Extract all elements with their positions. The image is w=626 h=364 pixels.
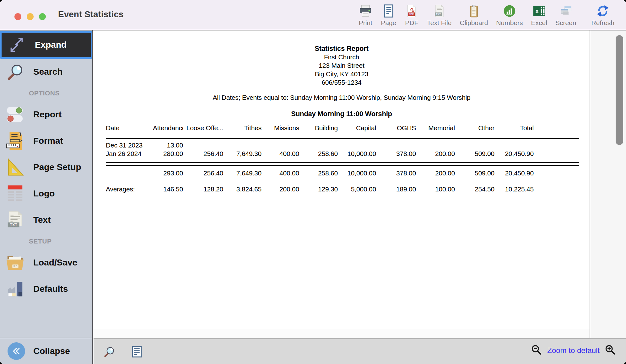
table-cell: 146.50: [153, 185, 183, 193]
table-cell: Tithes: [223, 124, 262, 132]
sidebar-item-report[interactable]: Report: [0, 101, 92, 128]
table-cell: 10,225.45: [494, 185, 534, 193]
status-bar: Zoom to default: [94, 338, 626, 364]
table-row: Dec 31 202313.00: [106, 139, 579, 149]
sidebar-item-label: Format: [33, 136, 63, 146]
table-cell: 378.00: [376, 149, 416, 158]
table-cell: 7,649.30: [223, 149, 262, 158]
toolbar-refresh-label: Refresh: [591, 19, 614, 27]
sidebar-section-options: OPTIONS: [0, 85, 92, 101]
table-cell: 254.50: [455, 185, 494, 193]
table-cell: 10,000.00: [338, 169, 376, 177]
table-cell: 189.00: [376, 185, 416, 193]
sidebar-item-logo[interactable]: Logo: [0, 180, 92, 207]
table-cell: 258.60: [299, 149, 338, 158]
report-org-name: First Church: [94, 53, 590, 61]
table-spacer-cell: [534, 141, 579, 149]
svg-text:TXT: TXT: [436, 13, 441, 16]
sidebar-item-label: Defaults: [33, 284, 68, 294]
table-cell: 378.00: [376, 169, 416, 177]
zoom-in-icon: [605, 344, 616, 356]
report-address-line1: 123 Main Street: [94, 61, 590, 70]
table-totals-row: 293.00256.407,649.30400.00258.6010,000.0…: [106, 169, 579, 177]
table-cell: 5,000.00: [338, 185, 376, 193]
sidebar-item-label: Expand: [35, 40, 67, 50]
toolbar-numbers-button[interactable]: Numbers: [492, 4, 527, 27]
table-cell: 258.60: [299, 169, 338, 177]
zoom-in-button[interactable]: [605, 344, 616, 357]
refresh-icon: [596, 4, 610, 18]
table-cell: OGHS: [376, 124, 416, 132]
vertical-scrollbar-thumb[interactable]: [616, 35, 623, 145]
table-averages-row: Averages:146.50128.203,824.65200.00129.3…: [106, 185, 579, 193]
close-window-button[interactable]: [14, 13, 21, 20]
toolbar-numbers-label: Numbers: [496, 19, 523, 27]
table-cell: Capital: [338, 124, 376, 132]
logo-icon: [5, 184, 25, 204]
svg-text:x: x: [535, 8, 539, 14]
sidebar-list: ExpandSearchOPTIONSReportFormatPage Setu…: [0, 30, 92, 302]
magnifier-icon: [103, 345, 116, 358]
collapse-icon: [8, 342, 25, 360]
defaults-icon: [5, 279, 25, 299]
app-window: Event Statistics PrintPagePDFPDFTXTText …: [0, 0, 626, 364]
toolbar-refresh-button[interactable]: Refresh: [587, 4, 618, 27]
toolbar-pdf-button[interactable]: PDFPDF: [400, 4, 423, 27]
sidebar-item-load-save[interactable]: Load/Save: [0, 249, 92, 276]
table-cell: Attendance: [153, 124, 183, 132]
report-icon: [5, 104, 25, 125]
toolbar-page-label: Page: [381, 19, 396, 27]
zoom-window-button[interactable]: [39, 13, 46, 20]
sidebar-item-label: Search: [33, 67, 62, 77]
statusbar-report-view-button[interactable]: [130, 344, 144, 359]
document-icon: [130, 345, 143, 358]
toolbar-screen-button[interactable]: Screen: [551, 4, 580, 27]
table-cell: Total: [494, 124, 534, 132]
sidebar-item-defaults[interactable]: Defaults: [0, 276, 92, 302]
toolbar-text-file-button[interactable]: TXTText File: [423, 4, 456, 27]
table-spacer-cell: [534, 149, 579, 158]
search-icon: [5, 62, 25, 82]
scrollbar-gutter: [590, 30, 626, 338]
sidebar-item-text[interactable]: TXTText: [0, 207, 92, 233]
table-cell: [299, 141, 338, 149]
toolbar-screen-label: Screen: [555, 19, 576, 27]
sidebar-section-label: SETUP: [29, 238, 52, 245]
report-header: Statistics Report First Church 123 Main …: [94, 30, 590, 87]
toolbar-page-button[interactable]: Page: [377, 4, 400, 27]
table-cell: 3,824.65: [223, 185, 262, 193]
sidebar-item-label: Report: [33, 110, 62, 120]
table-cell: 400.00: [262, 169, 299, 177]
sidebar: ExpandSearchOPTIONSReportFormatPage Setu…: [0, 30, 93, 364]
statusbar-search-button[interactable]: [102, 344, 116, 359]
zoom-out-button[interactable]: [531, 344, 542, 357]
table-cell: 13.00: [153, 141, 183, 149]
sidebar-item-page-setup[interactable]: Page Setup: [0, 154, 92, 180]
svg-text:PDF: PDF: [409, 13, 414, 16]
sidebar-collapse-button[interactable]: Collapse: [0, 338, 92, 364]
screen-icon: [559, 4, 573, 18]
minimize-window-button[interactable]: [27, 13, 34, 20]
page-setup-icon: [5, 157, 25, 177]
report-preview: Statistics Report First Church 123 Main …: [94, 30, 590, 329]
zoom-to-default-link[interactable]: Zoom to default: [547, 346, 600, 355]
load-save-icon: [5, 253, 25, 273]
table-cell: 256.40: [183, 149, 223, 158]
table-cell: 293.00: [153, 169, 183, 177]
toolbar-print-button[interactable]: Print: [354, 4, 377, 27]
table-cell: [376, 141, 416, 149]
report-filter-summary: All Dates; Events equal to: Sunday Morni…: [94, 93, 590, 102]
table-cell: 400.00: [262, 149, 299, 158]
toolbar-clipboard-button[interactable]: Clipboard: [456, 4, 492, 27]
sidebar-item-expand[interactable]: Expand: [0, 31, 92, 59]
sidebar-item-search[interactable]: Search: [0, 59, 92, 85]
table-cell: Date: [106, 124, 153, 132]
sidebar-item-label: Load/Save: [33, 258, 77, 268]
sidebar-item-label: Text: [33, 215, 51, 225]
collapse-label: Collapse: [33, 346, 70, 356]
sidebar-item-format[interactable]: Format: [0, 128, 92, 154]
table-cell: Averages:: [106, 185, 153, 193]
toolbar-excel-button[interactable]: xExcel: [527, 4, 551, 27]
content-area: Statistics Report First Church 123 Main …: [94, 30, 626, 364]
table-spacer-cell: [534, 169, 579, 177]
